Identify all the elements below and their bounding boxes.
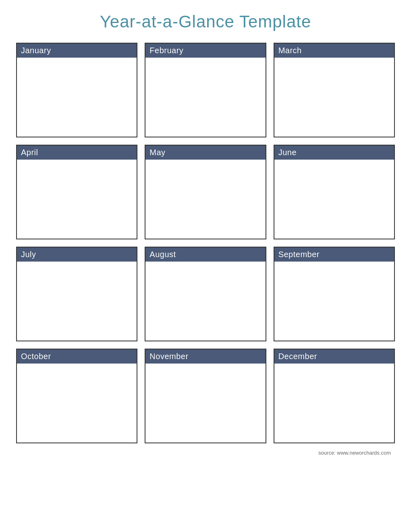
month-body-april[interactable] [17,160,137,239]
month-box-march: March [274,43,395,137]
month-body-august[interactable] [145,262,265,341]
month-header-august: August [145,247,265,262]
month-header-june: June [274,145,394,160]
month-body-january[interactable] [17,58,137,137]
month-header-july: July [17,247,137,262]
month-body-june[interactable] [274,160,394,239]
month-box-april: April [16,145,137,239]
month-box-september: September [274,247,395,341]
month-body-march[interactable] [274,58,394,137]
month-body-november[interactable] [145,364,265,443]
month-box-october: October [16,349,137,443]
month-body-may[interactable] [145,160,265,239]
month-box-december: December [274,349,395,443]
month-box-may: May [145,145,266,239]
month-box-january: January [16,43,137,137]
month-box-july: July [16,247,137,341]
month-box-november: November [145,349,266,443]
month-body-september[interactable] [274,262,394,341]
month-header-may: May [145,145,265,160]
month-body-october[interactable] [17,364,137,443]
month-body-december[interactable] [274,364,394,443]
month-box-august: August [145,247,266,341]
month-body-february[interactable] [145,58,265,137]
month-body-july[interactable] [17,262,137,341]
month-header-december: December [274,349,394,364]
month-header-october: October [17,349,137,364]
month-header-april: April [17,145,137,160]
month-box-june: June [274,145,395,239]
source-text: source: www.neworchards.com [318,450,395,456]
month-header-november: November [145,349,265,364]
month-header-january: January [17,44,137,58]
month-header-march: March [274,44,394,58]
page-title: Year-at-a-Glance Template [100,12,311,31]
calendar-grid: JanuaryFebruaryMarchAprilMayJuneJulyAugu… [16,43,395,443]
month-header-february: February [145,44,265,58]
month-box-february: February [145,43,266,137]
month-header-september: September [274,247,394,262]
